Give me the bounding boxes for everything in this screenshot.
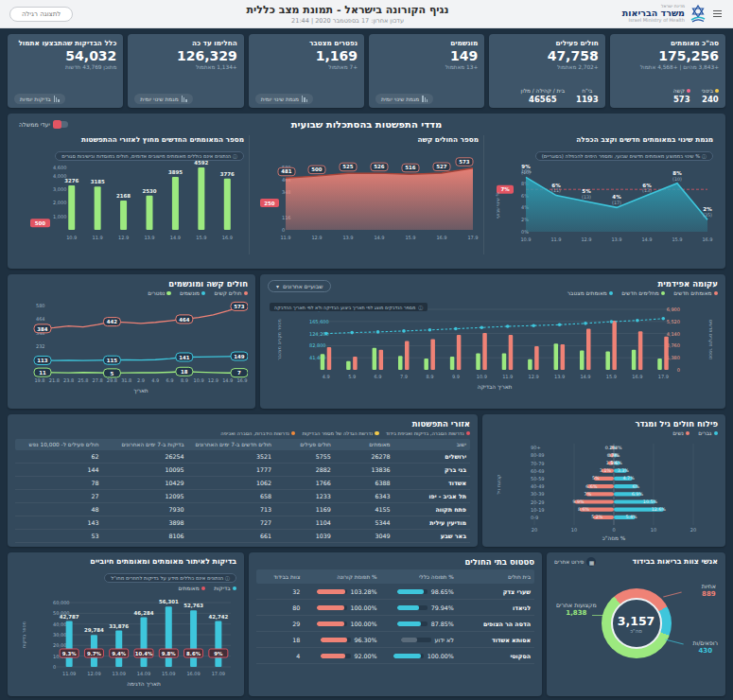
svg-text:8.9: 8.9 [426,374,433,379]
svg-text:31.8: 31.8 [121,377,131,383]
svg-text:0: 0 [53,664,56,670]
table-row: אשדוד6388176610621042978 [15,477,470,490]
kpi-change: +1,134 מאתמול [134,64,236,70]
svg-text:16.9: 16.9 [632,374,642,379]
svg-text:23.8: 23.8 [63,377,74,383]
svg-text:12.9: 12.9 [311,235,322,240]
svg-text:46,284: 46,284 [134,610,154,616]
new-cases-outside-zones-bar-chart: 1,0002,0003,0004,0004,600500327610.93185… [23,156,244,254]
svg-text:149: 149 [234,354,245,359]
svg-text:מספר מקרים מצטבר: מספר מקרים מצטבר [277,319,282,359]
kpi-change: +13 מאתמול [375,64,478,70]
donut-total-label: סה"כ [630,628,642,634]
svg-text:6.9: 6.9 [375,374,382,379]
svg-text:16.9: 16.9 [702,236,712,242]
svg-text:13.09: 13.09 [113,671,126,676]
table-row: הסקוטי100.00%92.00%4 [256,648,534,664]
svg-text:0.7%: 0.7% [607,453,620,458]
trend-link[interactable]: מגמת שינוי יומית [134,94,192,104]
svg-text:תאריך: תאריך [133,388,148,394]
kpi-substat: בית / קהילה / מלון46565 [521,88,565,104]
toggle-switch-icon[interactable] [54,121,68,128]
svg-text:3.3%: 3.3% [618,468,630,473]
kpi-title: סה"כ מאומתים [617,39,719,47]
svg-text:10: 10 [571,527,577,533]
svg-text:573: 573 [459,159,470,165]
svg-text:4%: 4% [612,194,621,200]
svg-text:3185: 3185 [91,179,105,184]
svg-text:% שינוי שבועי: % שינוי שבועי [496,192,500,219]
severe-patients-area-chart: 011634846458025048111.950012.952513.9526… [257,156,479,254]
svg-text:12.9: 12.9 [118,235,129,240]
svg-text:3.1%: 3.1% [600,468,612,473]
gov-targets-toggle[interactable]: יעדי ממשלה [19,121,68,128]
svg-text:500: 500 [35,220,46,226]
svg-text:9.3%: 9.3% [62,651,78,656]
svg-text:56,301: 56,301 [159,599,179,604]
kpi-substat: בינוני240 [702,88,719,104]
svg-text:(10): (10) [672,177,682,182]
kpi-substat: בי"ח1193 [576,88,599,104]
slice-label: מקצועות אחרים 1,838 [556,602,597,618]
kpi-value: 126,329 [134,48,236,63]
svg-text:14.09: 14.09 [137,671,150,676]
svg-text:2530: 2530 [142,188,156,194]
kpi-title: כלל הבדיקות שהתבצעו אתמול [14,39,116,47]
svg-text:13.9: 13.9 [144,235,154,240]
svg-text:2.9: 2.9 [137,377,145,383]
table-row: פתח תקווה41551169713793048 [15,503,470,516]
chevron-down-icon: ▾ [276,283,279,289]
status-dot [715,89,719,93]
kpi-card: חולים פעילים47,758+2,702 מאתמולבי"ח1193ב… [489,34,604,108]
trend-link[interactable]: מגמת שינוי יומית [375,94,433,104]
svg-text:10.4%: 10.4% [135,651,153,656]
spread-zones-panel: אזורי התפשטות נדרשות הסברה, בדיקות ואכיפ… [8,414,478,547]
kpi-value: 149 [375,48,478,63]
svg-text:20: 20 [690,527,696,533]
weekly-change-area-chart: 0%2%4%6%8%10%7%9%(10)10.96%(11)11.95%(13… [492,156,713,254]
staff-isolation-panel: אנשי צוות בריאות בבידוד ▦ פירוט אחרים 3,… [547,552,725,696]
svg-text:165,600: 165,600 [309,319,329,324]
kpi-value: 54,032 [14,48,116,63]
svg-text:5: 5 [111,371,114,376]
svg-text:516: 516 [405,165,416,170]
svg-text:9.9: 9.9 [452,374,460,379]
svg-text:17.9: 17.9 [467,235,478,240]
panel-title: בדיקות לאיתור מאומתים ומאומתים חיוביים [15,557,236,566]
menu-icon[interactable] [711,9,724,19]
change-rate-chart-box: מגמת שינוי במאומתים חדשים וקצב הכפלה ⓘ %… [483,135,718,254]
legend-item: מאומתים חדשים [673,290,718,296]
svg-text:12.9: 12.9 [208,377,218,383]
svg-text:33,876: 33,876 [109,623,129,629]
trend-link[interactable]: מגמת שינוי יומית [255,94,313,104]
svg-text:(10): (10) [521,170,531,175]
legend-item: מונשמים [180,290,206,296]
svg-text:14.9: 14.9 [222,377,233,383]
hospitals-status-panel: סטטוס בתי החולים בית חולים% תפוסה כללי% … [249,552,542,696]
svg-text:9.4%: 9.4% [112,651,127,656]
legend-item: חולים קשים [214,290,248,296]
svg-text:500: 500 [311,166,323,172]
normal-view-button[interactable]: לתצוגה רגילה [9,7,73,22]
svg-text:16.09: 16.09 [186,671,200,676]
svg-text:11.9: 11.9 [502,374,513,379]
trend-link[interactable]: בדיקות יומיות [14,94,65,104]
kpi-card: סה"כ מאומתים175,256+3,843 מהיום | +4,568… [610,34,725,108]
svg-text:0.2%: 0.2% [605,446,618,450]
panel-title: אזורי התפשטות [15,419,470,429]
svg-text:525: 525 [342,164,354,169]
kpi-title: נפטרים מצטבר [255,39,358,47]
svg-text:0-9: 0-9 [531,515,538,520]
kpi-change: +2,702 מאתמול [496,64,598,70]
svg-text:250: 250 [264,201,275,206]
date-range-dropdown[interactable]: שבועיים אחרונים▾ [268,280,331,292]
svg-text:2168: 2168 [116,193,131,199]
panel-title: פילוח חולים גיל ומגדר [490,419,718,429]
svg-text:15.9: 15.9 [606,374,617,379]
kpi-change: +7 מאתמול [255,64,358,70]
status-dot [687,89,690,93]
svg-text:13.9: 13.9 [611,236,621,242]
kpi-value: 175,256 [617,48,719,63]
isolation-donut-wrap: 3,157 סה"כ אחיות 889 רופאים/ות 430 מקצוע… [554,566,718,677]
svg-text:15.9: 15.9 [405,235,415,240]
